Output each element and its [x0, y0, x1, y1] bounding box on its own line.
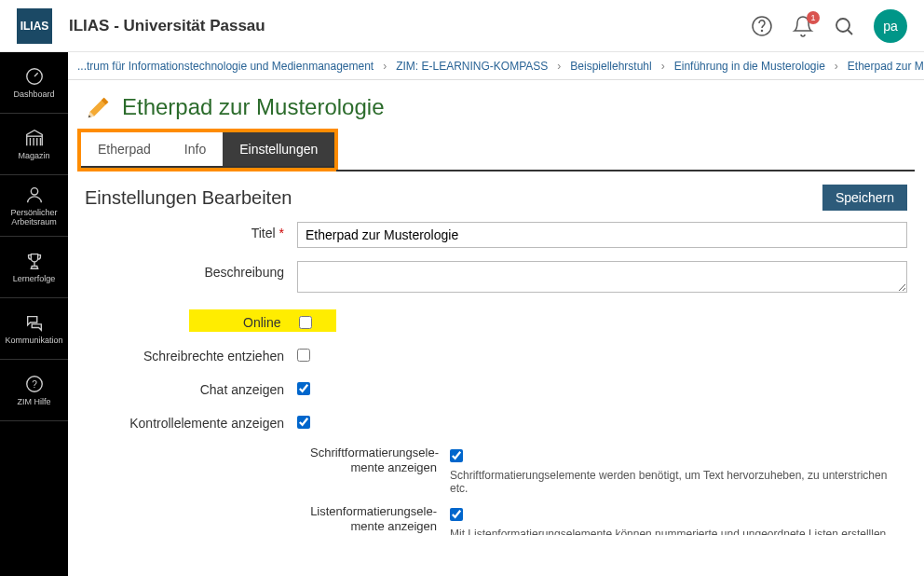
chevron-right-icon: › — [383, 60, 387, 73]
topbar-right: 1 pa — [751, 9, 907, 43]
main-area: ...trum für Informationstechnologie und … — [68, 52, 924, 576]
nav-label: Kommunikation — [5, 336, 62, 346]
listen-checkbox[interactable] — [450, 508, 463, 521]
chat-icon — [24, 312, 45, 333]
pencil-icon — [85, 93, 113, 121]
section-title: Einstellungen Bearbeiten — [85, 187, 292, 209]
tab-info[interactable]: Info — [168, 132, 223, 166]
label-kontroll: Kontrollelemente anzeigen — [85, 412, 297, 431]
row-online: Online — [243, 309, 907, 332]
svg-line-3 — [848, 30, 852, 34]
label-beschreibung: Beschreibung — [85, 261, 297, 280]
svg-text:?: ? — [32, 378, 37, 389]
label-chat: Chat anzeigen — [85, 378, 297, 397]
logo[interactable]: ILIAS — [17, 8, 52, 44]
tab-etherpad[interactable]: Etherpad — [81, 132, 168, 166]
save-button[interactable]: Speichern — [822, 185, 907, 211]
section-bar: Einstellungen Bearbeiten Speichern — [68, 171, 924, 218]
label-titel: Titel * — [85, 222, 297, 240]
nav-label: ZIM Hilfe — [18, 398, 51, 407]
chevron-right-icon: › — [557, 60, 561, 73]
nav-dashboard[interactable]: Dashboard — [0, 52, 68, 114]
sub-desc: Schriftformatierungselemente werden benö… — [450, 469, 907, 495]
kontroll-checkbox[interactable] — [297, 416, 310, 429]
schrift-checkbox[interactable] — [450, 449, 463, 462]
online-checkbox[interactable] — [299, 316, 312, 329]
nav-label: Magazin — [18, 152, 49, 161]
sub-label: Schriftformatierungsele­mente anzeigen — [310, 446, 450, 474]
crumb[interactable]: Etherpad zur Musterolog — [848, 60, 924, 73]
trophy-icon — [24, 251, 45, 271]
subrow-schrift: Schriftformatierungsele­mente anzeigen S… — [310, 446, 907, 495]
user-icon — [24, 185, 45, 205]
label-online: Online — [243, 311, 293, 330]
settings-form: Titel * Beschreibung Online Schreibrecht… — [68, 218, 924, 535]
tabs-highlight: Etherpad Info Einstellungen — [77, 129, 338, 171]
bell-icon[interactable]: 1 — [792, 15, 814, 37]
nav-label: Persönlicher Arbeitsraum — [0, 209, 68, 227]
svg-point-9 — [31, 187, 37, 194]
beschreibung-input[interactable] — [297, 261, 907, 293]
row-chat: Chat anzeigen — [85, 378, 907, 399]
page-header: Etherpad zur Musterologie — [68, 80, 924, 129]
breadcrumb: ...trum für Informationstechnologie und … — [68, 52, 924, 80]
row-kontroll: Kontrollelemente anzeigen — [85, 412, 907, 432]
dashboard-icon — [24, 66, 45, 87]
page-title: Etherpad zur Musterologie — [122, 94, 384, 120]
online-highlight: Online — [189, 309, 336, 332]
crumb[interactable]: ...trum für Informationstechnologie und … — [77, 60, 374, 73]
titel-input[interactable] — [297, 222, 907, 248]
avatar[interactable]: pa — [874, 9, 907, 43]
notif-badge: 1 — [807, 11, 820, 24]
leftnav: Dashboard Magazin Persönlicher Arbeitsra… — [0, 52, 68, 576]
schreibrechte-checkbox[interactable] — [297, 349, 310, 362]
row-schreibrechte: Schreibrechte entziehen — [85, 345, 907, 365]
magazin-icon — [24, 128, 45, 148]
brand-title: ILIAS - Universität Passau — [69, 17, 265, 35]
svg-point-1 — [762, 30, 763, 31]
subrow-listen: Listenformatierungsele­mente anzeigen Mi… — [310, 504, 907, 535]
topbar: ILIAS ILIAS - Universität Passau 1 pa — [0, 0, 924, 52]
chevron-right-icon: › — [661, 60, 665, 73]
crumb[interactable]: Einführung in die Musterologie — [674, 60, 825, 73]
nav-label: Dashboard — [13, 90, 54, 100]
nav-label: Lernerfolge — [13, 275, 56, 284]
help2-icon: ? — [24, 374, 45, 394]
row-beschreibung: Beschreibung — [85, 261, 907, 296]
nav-zimhilfe[interactable]: ? ZIM Hilfe — [0, 360, 68, 421]
crumb[interactable]: ZIM: E-LEARNING-KOMPASS — [396, 60, 548, 73]
sub-label: Listenformatierungsele­mente anzeigen — [310, 504, 450, 533]
help-icon[interactable] — [751, 15, 773, 37]
search-icon[interactable] — [833, 15, 855, 37]
nav-magazin[interactable]: Magazin — [0, 114, 68, 175]
crumb[interactable]: Beispiellehrstuhl — [570, 60, 651, 73]
chevron-right-icon: › — [835, 60, 838, 73]
svg-point-2 — [836, 19, 849, 32]
chat-checkbox[interactable] — [297, 382, 310, 395]
nav-kommunikation[interactable]: Kommunikation — [0, 298, 68, 360]
nav-arbeitsraum[interactable]: Persönlicher Arbeitsraum — [0, 175, 68, 237]
row-titel: Titel * — [85, 222, 907, 248]
sub-desc: Mit Listenformatierungselemente können n… — [450, 528, 907, 535]
label-schreibrechte: Schreibrechte entziehen — [85, 345, 297, 363]
tabs: Etherpad Info Einstellungen — [68, 129, 924, 171]
tab-einstellungen[interactable]: Einstellungen — [223, 132, 334, 166]
nav-lernerfolge[interactable]: Lernerfolge — [0, 237, 68, 298]
